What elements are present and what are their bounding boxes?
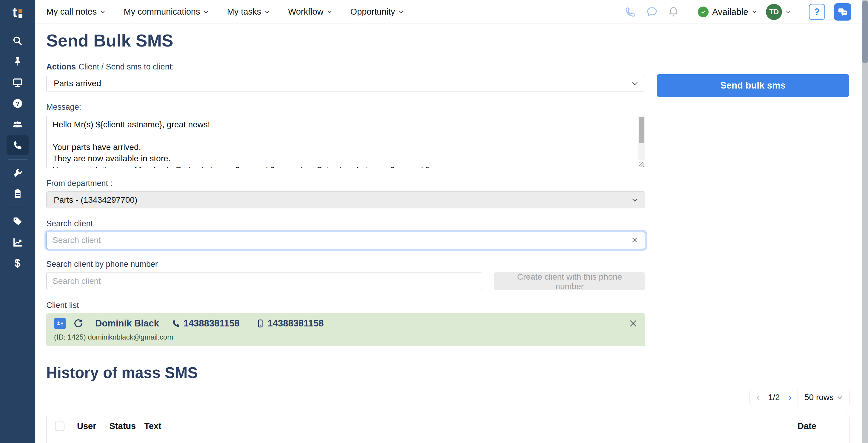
client-list-label: Client list <box>46 301 645 310</box>
nav-my-communications[interactable]: My communications <box>124 7 208 17</box>
phone-icon <box>12 140 23 150</box>
main-column: My call notes My communications My tasks… <box>35 0 868 443</box>
topbar-right: Available TD ? <box>624 3 851 21</box>
sidebar-item-search[interactable] <box>6 31 29 51</box>
next-page-button[interactable]: › <box>786 391 798 404</box>
nav-my-tasks[interactable]: My tasks <box>227 7 269 17</box>
sidebar-nav: ? $ <box>6 31 29 274</box>
pagination-row: ‹ 1/2 › 50 rows <box>46 389 868 406</box>
monitor-icon <box>12 77 23 88</box>
history-title: History of mass SMS <box>46 364 645 382</box>
chevron-down-icon <box>399 10 404 13</box>
search-client-label-text: Search client <box>46 219 93 228</box>
wrench-icon <box>12 168 23 178</box>
textarea-scrollbar[interactable] <box>638 116 645 160</box>
page-indicator: 1/2 <box>762 393 786 402</box>
chevron-down-icon <box>632 198 638 202</box>
pin-icon <box>12 56 23 67</box>
user-menu[interactable]: TD <box>766 4 791 20</box>
search-client-wrap <box>46 232 645 249</box>
sidebar-item-reports[interactable] <box>6 233 29 252</box>
page-scrollbar-thumb[interactable] <box>862 1 868 63</box>
column-date: Date <box>786 421 841 431</box>
chat-bubble-outline-icon <box>646 6 658 18</box>
search-phone-label: Search client by phone number <box>46 260 645 269</box>
app-window: t ? <box>0 0 868 443</box>
question-mark-icon: ? <box>814 6 820 17</box>
search-client-input[interactable] <box>46 232 645 249</box>
dollar-icon: $ <box>14 257 20 270</box>
refresh-client-icon[interactable] <box>73 318 83 329</box>
department-select[interactable]: Parts - (13434297700) <box>46 192 645 208</box>
chevron-down-icon <box>786 10 791 13</box>
column-text: Text <box>144 421 786 431</box>
client-phone[interactable]: 14388381158 <box>172 318 240 329</box>
support-chat-button[interactable] <box>834 3 851 21</box>
client-list-label-text: Client list <box>46 301 79 310</box>
sidebar-item-calls-active[interactable] <box>6 135 29 155</box>
history-table: User Status Text Date TD - Sales <box>46 414 849 443</box>
sidebar-item-desktop[interactable] <box>6 73 29 93</box>
bell-icon <box>668 6 679 18</box>
nav-label: My communications <box>124 7 200 17</box>
help-circle-icon: ? <box>12 98 23 109</box>
chevron-down-icon <box>837 396 843 399</box>
actions-label: Actions Client / Send sms to client: <box>46 62 645 72</box>
users-icon <box>12 119 23 130</box>
messages-button[interactable] <box>646 6 658 18</box>
remove-client-icon[interactable] <box>629 319 638 328</box>
sidebar-item-tags[interactable] <box>6 212 29 231</box>
sidebar-divider <box>8 159 27 160</box>
nav-opportunity[interactable]: Opportunity <box>350 7 404 17</box>
department-label-text: From department : <box>46 179 113 188</box>
sidebar-divider <box>8 208 27 208</box>
select-all-checkbox[interactable] <box>55 421 64 431</box>
notifications-button[interactable] <box>667 6 680 18</box>
contact-card-icon[interactable] <box>54 318 66 329</box>
mobile-phone-icon <box>256 319 265 328</box>
app-logo[interactable]: t <box>12 0 22 25</box>
nav-workflow[interactable]: Workflow <box>288 7 332 17</box>
chart-line-icon <box>12 237 23 248</box>
textarea-resize-handle[interactable] <box>639 162 644 167</box>
page-scrollbar[interactable] <box>862 0 868 443</box>
send-bulk-sms-button[interactable]: Send bulk sms <box>657 74 849 97</box>
prev-page-button[interactable]: ‹ <box>750 391 762 404</box>
nav-my-call-notes[interactable]: My call notes <box>46 7 105 17</box>
client-name[interactable]: Dominik Black <box>95 318 159 329</box>
table-row: TD - Sales From Motor S <box>46 438 849 443</box>
client-phone-number: 14388381158 <box>184 318 240 329</box>
textarea-scrollbar-thumb[interactable] <box>639 117 644 143</box>
help-button[interactable]: ? <box>809 4 825 20</box>
tag-icon <box>12 216 23 227</box>
sidebar-item-help[interactable]: ? <box>6 94 29 113</box>
client-mobile[interactable]: 14388381158 <box>256 318 324 329</box>
sidebar-item-tools[interactable] <box>6 163 29 183</box>
sidebar-item-billing[interactable]: $ <box>6 253 29 273</box>
logo-colon-icon <box>19 9 22 18</box>
phone-outline-icon <box>624 6 637 18</box>
message-textarea[interactable]: Hello Mr(s) ${clientLastname}, great new… <box>46 115 645 168</box>
status-available-icon <box>698 6 709 17</box>
page-content: Send Bulk SMS Actions Client / Send sms … <box>35 24 868 443</box>
sidebar-item-clients[interactable] <box>6 114 29 134</box>
sidebar-item-tasks[interactable] <box>6 184 29 204</box>
calls-button[interactable] <box>624 6 637 18</box>
chevron-down-icon <box>632 82 638 85</box>
actions-label-bold: Actions <box>46 62 76 72</box>
availability-selector[interactable]: Available <box>698 6 757 17</box>
clear-search-icon[interactable] <box>631 236 638 244</box>
search-phone-row: Create client with this phone number <box>46 272 645 290</box>
search-icon <box>12 35 23 46</box>
department-select-value: Parts - (13434297700) <box>54 195 137 205</box>
sidebar-item-pinned[interactable] <box>6 52 29 72</box>
action-select-value: Parts arrived <box>54 79 101 88</box>
chevron-down-icon <box>100 10 105 13</box>
action-select[interactable]: Parts arrived <box>46 75 645 92</box>
rows-per-page-select[interactable]: 50 rows <box>798 393 849 402</box>
create-client-button[interactable]: Create client with this phone number <box>494 272 645 290</box>
search-phone-input[interactable] <box>46 272 482 290</box>
topbar-divider <box>689 5 689 19</box>
message-field-wrap: Hello Mr(s) ${clientLastname}, great new… <box>46 115 645 168</box>
message-label-text: Message: <box>46 103 81 112</box>
